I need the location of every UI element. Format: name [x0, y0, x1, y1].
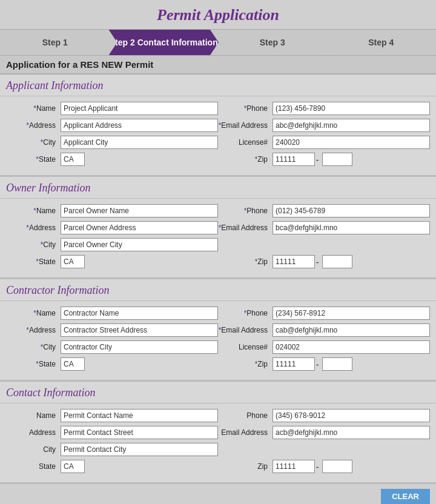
owner-email-label: Email Address [218, 224, 272, 232]
contractor-name-row: Name Phone [0, 305, 436, 322]
applicant-zip2-input[interactable] [322, 153, 352, 166]
contractor-state-input[interactable] [61, 357, 85, 371]
owner-section: Owner Information Name Phone Address Ema… [0, 177, 436, 279]
contractor-email-label: Email Address [218, 326, 272, 334]
owner-state-row: State Zip - [0, 253, 436, 270]
contractor-zip-label: Zip [218, 360, 272, 368]
applicant-zip-input[interactable] [272, 153, 315, 166]
contact-zip2-input[interactable] [322, 460, 352, 473]
applicant-phone-input[interactable] [272, 102, 430, 115]
applicant-name-row: Name Phone [0, 100, 436, 117]
contractor-state-row: State Zip - [0, 356, 436, 373]
applicant-address-row: Address Email Address [0, 117, 436, 134]
contractor-license-label: License# [218, 343, 272, 351]
contact-name-input[interactable] [61, 409, 218, 422]
applicant-name-input[interactable] [61, 102, 218, 115]
contractor-section-title: Contractor Information [0, 279, 436, 301]
contact-name-row: Name Phone [0, 407, 436, 424]
step-2[interactable]: Step 2 Contact Information [109, 30, 219, 55]
contact-state-row: State Zip - [0, 458, 436, 475]
header: Permit Application [0, 0, 436, 29]
step-3[interactable]: Step 3 [217, 30, 328, 55]
owner-name-label: Name [6, 207, 61, 215]
owner-address-label: Address [6, 224, 61, 232]
contractor-city-label: City [6, 343, 61, 351]
contractor-zip2-input[interactable] [322, 357, 352, 371]
applicant-email-input[interactable] [272, 119, 430, 132]
contact-zip-label: Zip [218, 462, 272, 471]
steps-bar: Step 1 Step 2 Contact Information Step 3… [0, 29, 436, 56]
applicant-name-label: Name [6, 104, 61, 113]
applicant-address-label: Address [6, 121, 61, 130]
applicant-phone-label: Phone [218, 104, 272, 113]
applicant-city-row: City License# [0, 134, 436, 151]
contact-email-label: Email Address [218, 428, 272, 437]
owner-name-row: Name Phone [0, 202, 436, 219]
contact-section-title: Contact Information [0, 382, 436, 403]
page-title: Permit Application [157, 6, 279, 24]
contact-address-input[interactable] [61, 426, 218, 439]
owner-phone-label: Phone [218, 207, 272, 215]
contractor-phone-input[interactable] [272, 307, 430, 320]
owner-zip-input[interactable] [272, 255, 315, 268]
owner-state-label: State [6, 257, 61, 266]
owner-state-input[interactable] [61, 255, 85, 268]
contact-city-input[interactable] [61, 443, 218, 456]
applicant-state-row: State Zip - [0, 151, 436, 168]
contact-phone-input[interactable] [272, 409, 430, 422]
applicant-section: Applicant Information Name Phone Address… [0, 75, 436, 177]
contractor-address-label: Address [6, 326, 61, 334]
owner-name-input[interactable] [61, 204, 218, 217]
applicant-license-label: License# [218, 138, 272, 147]
owner-address-input[interactable] [61, 221, 218, 234]
contact-phone-label: Phone [218, 411, 272, 420]
owner-city-row: City [0, 236, 436, 253]
applicant-section-title: Applicant Information [0, 75, 436, 96]
contact-state-input[interactable] [61, 460, 85, 473]
contact-state-label: State [6, 462, 61, 471]
contractor-name-input[interactable] [61, 307, 218, 320]
clear-button[interactable]: CLEAR [381, 489, 430, 504]
applicant-state-label: State [6, 155, 61, 164]
contractor-state-label: State [6, 360, 61, 368]
applicant-email-label: Email Address [218, 121, 272, 130]
applicant-state-input[interactable] [61, 153, 85, 166]
contractor-email-input[interactable] [272, 323, 430, 337]
bottom-bar: CLEAR [0, 484, 436, 504]
contractor-license-input[interactable] [272, 340, 430, 354]
owner-zip-label: Zip [218, 257, 272, 266]
contractor-phone-label: Phone [218, 309, 272, 317]
owner-address-row: Address Email Address [0, 219, 436, 236]
contractor-zip-input[interactable] [272, 357, 315, 371]
owner-city-input[interactable] [61, 238, 218, 251]
contractor-section: Contractor Information Name Phone Addres… [0, 279, 436, 382]
contact-name-label: Name [6, 411, 61, 420]
contact-city-label: City [6, 445, 61, 454]
contact-zip-input[interactable] [272, 460, 315, 473]
contractor-name-label: Name [6, 309, 61, 317]
owner-section-title: Owner Information [0, 177, 436, 199]
applicant-city-label: City [6, 138, 61, 147]
contractor-address-row: Address Email Address [0, 322, 436, 339]
applicant-address-input[interactable] [61, 119, 218, 132]
applicant-license-input[interactable] [272, 136, 430, 149]
applicant-city-input[interactable] [61, 136, 218, 149]
contact-city-row: City [0, 441, 436, 458]
step-1[interactable]: Step 1 [0, 30, 110, 55]
contractor-city-row: City License# [0, 339, 436, 356]
page-subtitle: Application for a RES NEW Permit [0, 56, 436, 75]
contact-email-input[interactable] [272, 426, 430, 439]
contact-address-row: Address Email Address [0, 424, 436, 441]
owner-city-label: City [6, 240, 61, 249]
owner-phone-input[interactable] [272, 204, 430, 217]
applicant-zip-label: Zip [218, 155, 272, 164]
contractor-address-input[interactable] [61, 323, 218, 337]
owner-zip2-input[interactable] [322, 255, 352, 268]
contact-section: Contact Information Name Phone Address E… [0, 382, 436, 484]
contact-address-label: Address [6, 428, 61, 437]
owner-email-input[interactable] [272, 221, 430, 234]
step-4[interactable]: Step 4 [326, 30, 437, 55]
contractor-city-input[interactable] [61, 340, 218, 354]
